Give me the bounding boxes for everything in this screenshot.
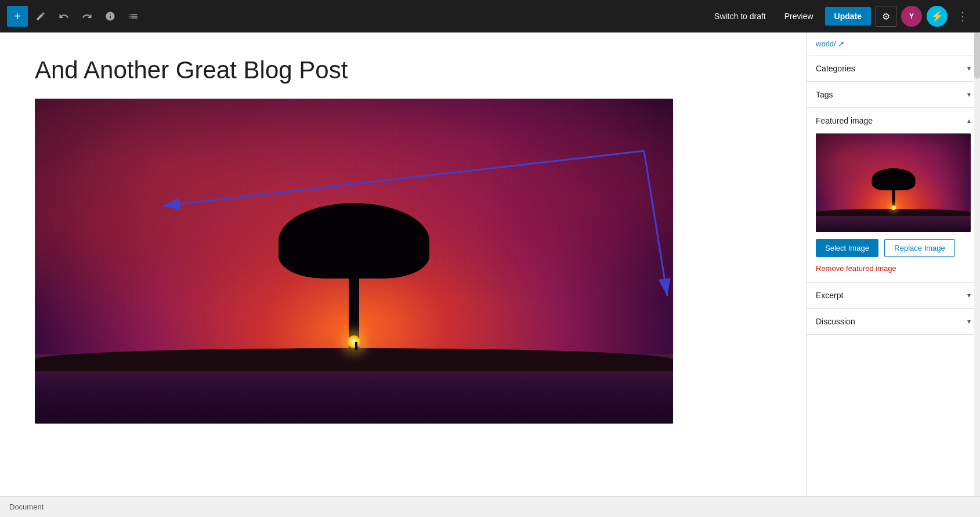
scrollbar-track[interactable] <box>974 32 980 517</box>
add-block-button[interactable]: + <box>7 6 28 27</box>
post-title[interactable]: And Another Great Blog Post <box>35 56 771 85</box>
excerpt-label: Excerpt <box>816 291 843 300</box>
toolbar: + Switch to draft Preview Update ⚙ Y ⚡ ⋮ <box>0 0 980 32</box>
document-label: Document <box>9 502 44 511</box>
thumb-sun <box>891 205 896 210</box>
post-featured-image <box>35 99 673 424</box>
featured-image-header[interactable]: Featured image ▴ <box>807 108 980 133</box>
featured-image-content: Select Image Replace Image Remove featur… <box>807 133 980 282</box>
select-image-button[interactable]: Select Image <box>816 239 878 257</box>
categories-label: Categories <box>816 64 855 73</box>
sidebar: world/ ↗ Categories ▾ Tags ▾ Featured im… <box>806 32 980 517</box>
sidebar-section-excerpt: Excerpt ▾ <box>807 283 980 309</box>
featured-image-thumbnail[interactable] <box>816 133 971 232</box>
categories-chevron: ▾ <box>967 64 971 73</box>
toolbar-left: + <box>7 6 705 27</box>
switch-to-draft-button[interactable]: Switch to draft <box>707 7 773 26</box>
tags-chevron: ▾ <box>967 91 971 99</box>
yoast-button[interactable]: Y <box>901 6 922 27</box>
tags-label: Tags <box>816 90 833 99</box>
preview-button[interactable]: Preview <box>778 7 820 26</box>
list-view-button[interactable] <box>123 6 144 27</box>
replace-image-button[interactable]: Replace Image <box>884 239 954 257</box>
post-image-container <box>35 99 673 424</box>
permalink-link[interactable]: world/ ↗ <box>816 39 971 48</box>
thumb-canopy <box>871 168 915 190</box>
update-button[interactable]: Update <box>825 7 871 26</box>
discussion-header[interactable]: Discussion ▾ <box>807 309 980 334</box>
remove-featured-image-link[interactable]: Remove featured image <box>816 264 971 273</box>
scene-sun <box>348 335 360 348</box>
undo-button[interactable] <box>53 6 74 27</box>
main-layout: And Another Great Blog Post <box>0 32 980 517</box>
scene-tree-canopy <box>279 203 429 279</box>
scene-figure <box>355 342 357 350</box>
scrollbar-thumb[interactable] <box>974 32 980 79</box>
sidebar-permalink: world/ ↗ <box>807 32 980 56</box>
sidebar-section-featured-image: Featured image ▴ Select Image Repla <box>807 108 980 283</box>
sidebar-section-tags: Tags ▾ <box>807 82 980 108</box>
sidebar-section-discussion: Discussion ▾ <box>807 309 980 335</box>
editor-area[interactable]: And Another Great Blog Post <box>0 32 806 517</box>
toolbar-right: Switch to draft Preview Update ⚙ Y ⚡ ⋮ <box>707 6 973 27</box>
more-options-button[interactable]: ⋮ <box>952 7 973 26</box>
featured-image-chevron: ▴ <box>967 117 971 125</box>
featured-image-label: Featured image <box>816 116 873 125</box>
categories-header[interactable]: Categories ▾ <box>807 56 980 81</box>
discussion-chevron: ▾ <box>967 317 971 326</box>
tags-header[interactable]: Tags ▾ <box>807 82 980 107</box>
excerpt-chevron: ▾ <box>967 291 971 299</box>
performance-button[interactable]: ⚡ <box>927 6 948 27</box>
featured-image-buttons: Select Image Replace Image <box>816 239 971 262</box>
bottom-bar: Document <box>0 496 980 517</box>
discussion-label: Discussion <box>816 317 855 326</box>
details-button[interactable] <box>100 6 121 27</box>
sidebar-section-categories: Categories ▾ <box>807 56 980 82</box>
permalink-text: world/ ↗ <box>816 39 844 48</box>
settings-button[interactable]: ⚙ <box>876 6 896 27</box>
tools-button[interactable] <box>30 6 51 27</box>
excerpt-header[interactable]: Excerpt ▾ <box>807 283 980 308</box>
redo-button[interactable] <box>77 6 97 27</box>
